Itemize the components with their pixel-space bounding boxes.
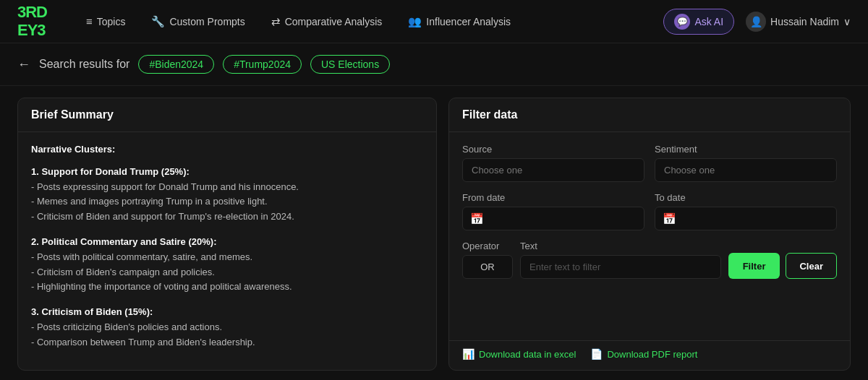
brief-summary-body: Narrative Clusters: 1. Support for Donal… [18, 132, 436, 370]
comparative-icon: ⇄ [271, 15, 281, 28]
cluster-1-item-3: - Criticism of Biden and support for Tru… [31, 210, 423, 225]
nav-influencer-analysis[interactable]: 👥 Influencer Analysis [398, 11, 521, 33]
influencer-icon: 👥 [408, 15, 422, 28]
operator-input[interactable]: OR [462, 255, 513, 279]
cluster-3-item-2: - Comparison between Trump and Biden's l… [31, 335, 423, 350]
nav-comparative-analysis[interactable]: ⇄ Comparative Analysis [261, 11, 393, 33]
cluster-1-item-1: - Posts expressing support for Donald Tr… [31, 180, 423, 195]
action-buttons: Filter Clear [728, 253, 837, 279]
cluster-1-item-2: - Memes and images portraying Trump in a… [31, 194, 423, 210]
cluster-3-item-1: - Posts criticizing Biden's policies and… [31, 320, 423, 335]
search-bar: ← Search results for #Biden2024 #Trump20… [0, 43, 868, 86]
from-date-input[interactable] [488, 207, 637, 230]
source-group: Source Choose one [462, 144, 644, 182]
operator-group: Operator OR [462, 241, 513, 279]
operator-label: Operator [462, 241, 513, 251]
download-excel-link[interactable]: 📊 Download data in excel [462, 348, 576, 360]
filter-panel: Filter data Source Choose one Sentiment … [448, 98, 851, 371]
cluster-2: 2. Political Commentary and Satire (20%)… [31, 235, 423, 295]
sentiment-select[interactable]: Choose one [655, 158, 837, 182]
filter-body: Source Choose one Sentiment Choose one F… [449, 132, 850, 340]
from-date-label: From date [462, 192, 644, 203]
source-select[interactable]: Choose one [462, 158, 644, 182]
topics-icon: ≡ [86, 15, 93, 27]
filter-header: Filter data [449, 98, 850, 132]
user-menu[interactable]: 👤 Hussain Nadim ∨ [746, 12, 851, 32]
brief-summary-header: Brief Summary [18, 98, 436, 132]
cluster-2-item-1: - Posts with political commentary, satir… [31, 250, 423, 265]
excel-icon: 📊 [462, 348, 475, 360]
cluster-1-title: 1. Support for Donald Trump (25%): [31, 165, 423, 180]
pdf-icon: 📄 [590, 348, 603, 360]
cluster-1: 1. Support for Donald Trump (25%): - Pos… [31, 165, 423, 225]
user-avatar: 👤 [746, 12, 766, 32]
search-label: Search results for [39, 58, 129, 71]
date-row: From date 📅 To date 📅 [462, 192, 837, 230]
source-sentiment-row: Source Choose one Sentiment Choose one [462, 144, 837, 182]
to-date-label: To date [655, 192, 837, 203]
tag-us-elections[interactable]: US Elections [310, 55, 390, 74]
to-date-input[interactable] [681, 207, 829, 230]
operator-text-row: Operator OR Text Filter Clear [462, 241, 837, 279]
chevron-icon: ∨ [843, 16, 851, 27]
cluster-2-title: 2. Political Commentary and Satire (20%)… [31, 235, 423, 250]
nav-custom-prompts[interactable]: 🔧 Custom Prompts [141, 11, 255, 33]
sentiment-group: Sentiment Choose one [655, 144, 837, 182]
cluster-2-item-2: - Criticism of Biden's campaign and poli… [31, 265, 423, 280]
brief-summary-panel: Brief Summary Narrative Clusters: 1. Sup… [17, 98, 437, 371]
custom-prompts-icon: 🔧 [151, 15, 165, 28]
nav-links: ≡ Topics 🔧 Custom Prompts ⇄ Comparative … [76, 11, 663, 33]
download-row: 📊 Download data in excel 📄 Download PDF … [449, 340, 850, 370]
clear-button[interactable]: Clear [786, 253, 837, 279]
narrative-label: Narrative Clusters: [31, 142, 423, 157]
text-filter-input[interactable] [520, 255, 721, 279]
to-date-wrap: 📅 [655, 207, 837, 230]
source-label: Source [462, 144, 644, 155]
text-filter-label: Text [520, 241, 721, 251]
cluster-3: 3. Criticism of Biden (15%): - Posts cri… [31, 305, 423, 350]
tag-biden2024[interactable]: #Biden2024 [138, 55, 214, 74]
cluster-2-item-3: - Highlighting the importance of voting … [31, 280, 423, 295]
cluster-3-title: 3. Criticism of Biden (15%): [31, 305, 423, 320]
navbar: 3RD EY3 ≡ Topics 🔧 Custom Prompts ⇄ Comp… [0, 0, 868, 43]
main-content: Brief Summary Narrative Clusters: 1. Sup… [0, 86, 868, 380]
ask-ai-icon: 💬 [674, 14, 690, 30]
filter-button[interactable]: Filter [728, 253, 780, 279]
back-button[interactable]: ← [17, 57, 30, 72]
download-pdf-link[interactable]: 📄 Download PDF report [590, 348, 697, 360]
nav-topics[interactable]: ≡ Topics [76, 11, 135, 32]
from-date-wrap: 📅 [462, 207, 644, 230]
nav-right: 💬 Ask AI 👤 Hussain Nadim ∨ [663, 9, 851, 35]
sentiment-label: Sentiment [655, 144, 837, 155]
logo: 3RD EY3 [17, 4, 47, 38]
from-date-group: From date 📅 [462, 192, 644, 230]
to-date-group: To date 📅 [655, 192, 837, 230]
text-group: Text [520, 241, 721, 279]
from-date-calendar-icon: 📅 [470, 212, 484, 225]
ask-ai-button[interactable]: 💬 Ask AI [663, 9, 734, 35]
to-date-calendar-icon: 📅 [663, 212, 676, 225]
tag-trump2024[interactable]: #Trump2024 [223, 55, 302, 74]
